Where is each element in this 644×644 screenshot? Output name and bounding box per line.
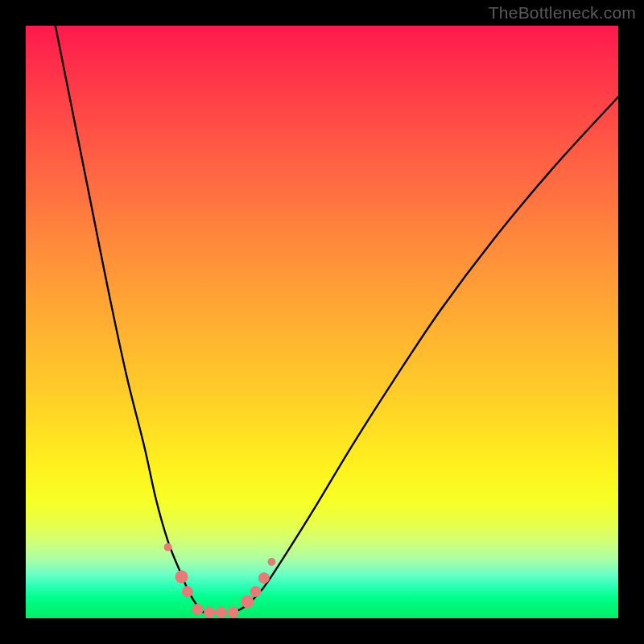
data-marker [250, 586, 262, 597]
data-marker [192, 604, 203, 615]
curves-layer [26, 26, 618, 618]
plot-area [26, 26, 618, 618]
curve-left-curve [56, 26, 204, 613]
data-marker [216, 607, 227, 618]
data-marker [267, 558, 275, 566]
watermark-text: TheBottleneck.com [489, 3, 636, 23]
data-marker [204, 607, 215, 618]
curve-right-curve [233, 97, 618, 612]
data-marker [182, 586, 193, 597]
data-marker [241, 595, 254, 608]
data-marker [228, 607, 239, 618]
data-marker [258, 572, 270, 584]
data-marker [164, 543, 172, 551]
data-marker [175, 570, 188, 583]
chart-frame: TheBottleneck.com [0, 0, 644, 644]
